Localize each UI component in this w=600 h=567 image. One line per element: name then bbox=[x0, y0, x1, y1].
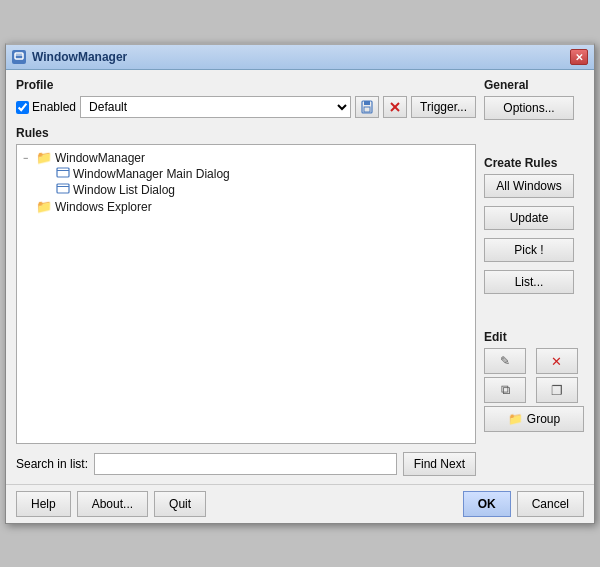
edit-grid: ✎ ✕ ⧉ ❐ 📁 Group bbox=[484, 348, 584, 432]
edit-pencil-button[interactable]: ✎ bbox=[484, 348, 526, 374]
enabled-checkbox-label[interactable]: Enabled bbox=[16, 100, 76, 114]
title-bar-left: WindowManager bbox=[12, 50, 127, 64]
main-layout: Profile Enabled Default bbox=[16, 78, 584, 476]
tree-toggle-explorer bbox=[23, 202, 33, 212]
svg-rect-9 bbox=[57, 184, 69, 193]
tree-toggle-wm[interactable]: − bbox=[23, 153, 33, 163]
tree-label-wm: WindowManager bbox=[55, 151, 145, 165]
pencil-icon: ✎ bbox=[500, 354, 510, 368]
folder-icon-wm: 📁 bbox=[36, 150, 52, 165]
ok-button[interactable]: OK bbox=[463, 491, 511, 517]
bottom-bar: Help About... Quit OK Cancel bbox=[6, 484, 594, 523]
main-content: Profile Enabled Default bbox=[6, 70, 594, 484]
general-section: General Options... bbox=[484, 78, 584, 124]
list-button[interactable]: List... bbox=[484, 270, 574, 294]
main-window: WindowManager ✕ Profile Enabled Default bbox=[5, 43, 595, 524]
find-next-button[interactable]: Find Next bbox=[403, 452, 476, 476]
tree-label-wm-list: Window List Dialog bbox=[73, 183, 175, 197]
tree-item-wm-list[interactable]: Window List Dialog bbox=[41, 182, 471, 198]
tree-item-wm[interactable]: − 📁 WindowManager bbox=[21, 149, 471, 166]
tree-item-wm-main[interactable]: WindowManager Main Dialog bbox=[41, 166, 471, 182]
window-icon-wm-main bbox=[56, 167, 70, 181]
window-icon-wm-list bbox=[56, 183, 70, 197]
about-button[interactable]: About... bbox=[77, 491, 148, 517]
right-panel: General Options... Create Rules All Wind… bbox=[484, 78, 584, 476]
update-button[interactable]: Update bbox=[484, 206, 574, 230]
svg-rect-7 bbox=[57, 168, 69, 177]
cancel-button[interactable]: Cancel bbox=[517, 491, 584, 517]
tree-label-wm-main: WindowManager Main Dialog bbox=[73, 167, 230, 181]
search-input[interactable] bbox=[94, 453, 397, 475]
create-rules-label: Create Rules bbox=[484, 156, 584, 170]
edit-copy2-button[interactable]: ❐ bbox=[536, 377, 578, 403]
tree-item-explorer[interactable]: 📁 Windows Explorer bbox=[21, 198, 471, 215]
group-label: Group bbox=[527, 412, 560, 426]
app-icon bbox=[12, 50, 26, 64]
enabled-label: Enabled bbox=[32, 100, 76, 114]
title-bar: WindowManager ✕ bbox=[6, 45, 594, 70]
left-panel: Profile Enabled Default bbox=[16, 78, 476, 476]
options-button[interactable]: Options... bbox=[484, 96, 574, 120]
enabled-checkbox[interactable] bbox=[16, 101, 29, 114]
svg-rect-0 bbox=[15, 53, 23, 59]
edit-section: Edit ✎ ✕ ⧉ ❐ bbox=[484, 330, 584, 432]
window-title: WindowManager bbox=[32, 50, 127, 64]
pick-button[interactable]: Pick ! bbox=[484, 238, 574, 262]
profile-dropdown[interactable]: Default bbox=[80, 96, 351, 118]
group-button[interactable]: 📁 Group bbox=[484, 406, 584, 432]
tree-toggle-wm-list bbox=[43, 185, 53, 195]
profile-row: Enabled Default Trigger... bbox=[16, 96, 476, 118]
svg-rect-4 bbox=[364, 107, 370, 112]
delete-icon: ✕ bbox=[551, 354, 562, 369]
tree-toggle-wm-main bbox=[43, 169, 53, 179]
trigger-button[interactable]: Trigger... bbox=[411, 96, 476, 118]
close-button[interactable]: ✕ bbox=[570, 49, 588, 65]
rules-label: Rules bbox=[16, 126, 476, 140]
group-folder-icon: 📁 bbox=[508, 412, 523, 426]
copy-icon: ⧉ bbox=[501, 382, 510, 398]
save-profile-button[interactable] bbox=[355, 96, 379, 118]
copy2-icon: ❐ bbox=[551, 383, 563, 398]
folder-icon-explorer: 📁 bbox=[36, 199, 52, 214]
edit-copy-button[interactable]: ⧉ bbox=[484, 377, 526, 403]
profile-label: Profile bbox=[16, 78, 476, 92]
all-windows-button[interactable]: All Windows bbox=[484, 174, 574, 198]
create-rules-buttons: All Windows Update Pick ! List... bbox=[484, 174, 584, 298]
svg-rect-3 bbox=[364, 101, 370, 105]
tree-label-explorer: Windows Explorer bbox=[55, 200, 152, 214]
delete-profile-button[interactable] bbox=[383, 96, 407, 118]
create-rules-section: Create Rules All Windows Update Pick ! L… bbox=[484, 156, 584, 298]
rules-section: Rules − 📁 WindowManager bbox=[16, 126, 476, 444]
edit-label: Edit bbox=[484, 330, 584, 344]
rules-tree[interactable]: − 📁 WindowManager WindowManager Main Dia… bbox=[16, 144, 476, 444]
search-row: Search in list: Find Next bbox=[16, 452, 476, 476]
quit-button[interactable]: Quit bbox=[154, 491, 206, 517]
search-label: Search in list: bbox=[16, 457, 88, 471]
general-label: General bbox=[484, 78, 584, 92]
profile-section: Profile Enabled Default bbox=[16, 78, 476, 118]
edit-delete-button[interactable]: ✕ bbox=[536, 348, 578, 374]
help-button[interactable]: Help bbox=[16, 491, 71, 517]
